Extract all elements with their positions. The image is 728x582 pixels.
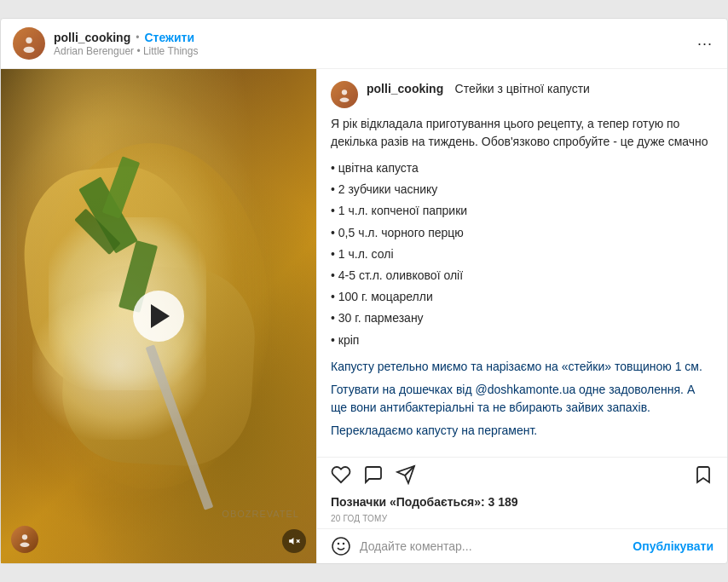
post-header: polli_cooking • Стежити Adrian Berenguer… [1, 19, 727, 69]
caption-step1: Капусту ретельно миємо та нарізаємо на «… [331, 358, 714, 376]
caption-step2: Готувати на дошечках від @doshkamonte.ua… [331, 381, 714, 417]
svg-point-1 [24, 47, 35, 53]
bookmark-button[interactable] [693, 464, 714, 485]
caption-avatar[interactable] [331, 81, 358, 108]
emoji-button[interactable] [331, 536, 351, 556]
ingredients-list: • цвітна капуста• 2 зубчики часнику• 1 ч… [331, 158, 714, 351]
post-body: OBOZREVATEL polli_cooking [1, 69, 727, 563]
ingredient-item: • 2 зубчики часнику [331, 179, 714, 200]
caption-body-text: Я рік відкладала приготування цього реце… [331, 115, 714, 151]
comment-area: Опублікувати [317, 528, 727, 563]
likes-count: Позначки «Подобається»: 3 189 [317, 492, 727, 512]
share-button[interactable] [396, 464, 416, 485]
comment-input[interactable] [360, 539, 624, 553]
caption-text-block: polli_cooking Стейки з цвітної капусти [367, 81, 714, 96]
avatar[interactable] [13, 27, 45, 60]
post-caption: polli_cooking Стейки з цвітної капусти Я… [316, 69, 727, 563]
play-button[interactable] [133, 291, 184, 342]
header-dot: • [136, 32, 139, 43]
svg-point-2 [22, 534, 27, 539]
sound-toggle-button[interactable] [282, 529, 306, 553]
ingredient-item: • 4-5 ст.л. оливкової олії [331, 265, 714, 286]
comment-button[interactable] [363, 464, 384, 485]
video-user-avatar[interactable] [11, 526, 38, 553]
caption-post-title: Стейки з цвітної капусти [455, 82, 590, 95]
header-info: polli_cooking • Стежити Adrian Berenguer… [54, 31, 695, 57]
svg-point-0 [26, 37, 32, 43]
media-bottom [11, 526, 306, 553]
svg-point-3 [20, 543, 30, 547]
header-top: polli_cooking • Стежити [54, 31, 695, 44]
caption-content: polli_cooking Стейки з цвітної капусти Я… [317, 69, 727, 457]
header-subtitle: Adrian Berenguer • Little Things [54, 45, 695, 57]
post-media: OBOZREVATEL [1, 69, 316, 563]
publish-button[interactable]: Опублікувати [633, 539, 714, 553]
header-username[interactable]: polli_cooking [54, 31, 130, 44]
caption-username[interactable]: polli_cooking [367, 82, 443, 95]
caption-step3: Перекладаємо капусту на пергамент. [331, 422, 714, 440]
ingredient-item: • 1 ч.л. копченої паприки [331, 200, 714, 222]
ingredient-item: • 1 ч.л. солі [331, 244, 714, 265]
media-background: OBOZREVATEL [1, 69, 316, 563]
post-time: 20 ГОД ТОМУ [317, 512, 727, 528]
like-button[interactable] [331, 464, 351, 485]
svg-point-7 [340, 98, 350, 102]
post-actions [317, 457, 727, 492]
ingredient-item: • 0,5 ч.л. чорного перцю [331, 222, 714, 244]
svg-point-10 [332, 538, 350, 555]
more-options-button[interactable]: ··· [695, 33, 715, 54]
mention-link[interactable]: @doshkamonte.ua [476, 383, 576, 396]
ingredient-item: • кріп [331, 330, 714, 351]
svg-point-6 [342, 89, 347, 95]
ingredient-item: • цвітна капуста [331, 158, 714, 179]
ingredient-item: • 30 г. пармезану [331, 308, 714, 329]
follow-button[interactable]: Стежити [144, 31, 194, 44]
ingredient-item: • 100 г. моцарелли [331, 286, 714, 308]
post-container: polli_cooking • Стежити Adrian Berenguer… [0, 18, 728, 564]
caption-header: polli_cooking Стейки з цвітної капусти [331, 81, 714, 108]
